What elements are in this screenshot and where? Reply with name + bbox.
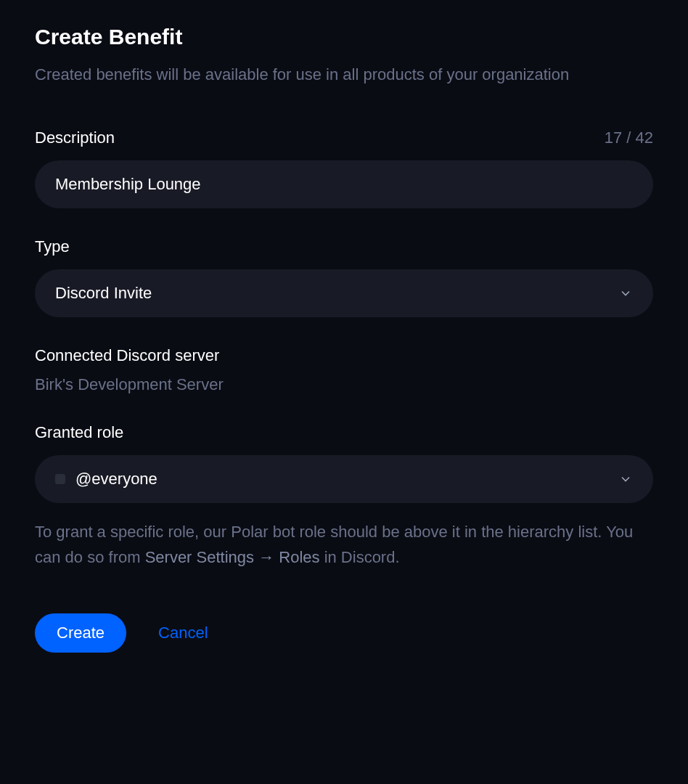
connected-server-label: Connected Discord server bbox=[35, 346, 653, 365]
description-label: Description bbox=[35, 128, 115, 147]
page-subtitle: Created benefits will be available for u… bbox=[35, 62, 653, 86]
type-selected-value: Discord Invite bbox=[55, 284, 152, 303]
button-row: Create Cancel bbox=[35, 613, 653, 653]
type-label: Type bbox=[35, 237, 70, 256]
create-button[interactable]: Create bbox=[35, 613, 126, 653]
granted-role-select[interactable]: @everyone bbox=[35, 455, 653, 503]
role-color-icon bbox=[55, 474, 65, 484]
connected-server-group: Connected Discord server Birk's Developm… bbox=[35, 346, 653, 394]
description-group: Description 17 / 42 bbox=[35, 128, 653, 208]
granted-role-label: Granted role bbox=[35, 423, 123, 442]
granted-role-selected-value: @everyone bbox=[75, 470, 157, 489]
description-input[interactable] bbox=[35, 160, 653, 208]
chevron-down-icon bbox=[618, 286, 633, 301]
granted-role-help-text: To grant a specific role, our Polar bot … bbox=[35, 519, 653, 570]
type-select[interactable]: Discord Invite bbox=[35, 269, 653, 317]
char-counter: 17 / 42 bbox=[605, 128, 653, 147]
cancel-button[interactable]: Cancel bbox=[158, 624, 208, 642]
type-group: Type Discord Invite bbox=[35, 237, 653, 317]
page-title: Create Benefit bbox=[35, 25, 653, 49]
connected-server-name: Birk's Development Server bbox=[35, 375, 653, 394]
granted-role-group: Granted role @everyone To grant a specif… bbox=[35, 423, 653, 570]
chevron-down-icon bbox=[618, 472, 633, 486]
